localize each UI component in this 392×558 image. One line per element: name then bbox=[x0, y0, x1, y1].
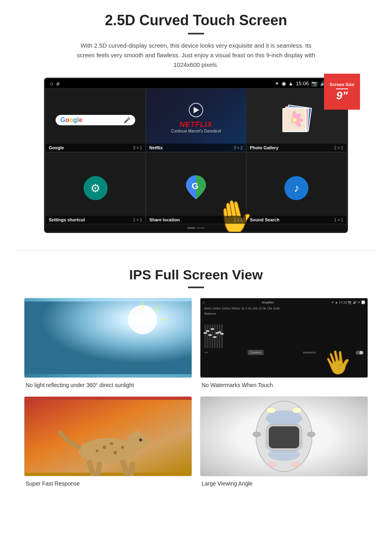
amp-top-bar: ⌂ Amplifier ✴ ▲ 17:33 📷 🔊 ✕ ⬜ bbox=[203, 301, 365, 304]
sunlight-visual bbox=[24, 298, 192, 377]
photo-stack bbox=[280, 104, 312, 136]
svg-point-32 bbox=[266, 407, 276, 413]
feature-image-cheetah bbox=[24, 396, 192, 476]
netflix-grid-size: 3 × 2 bbox=[234, 146, 243, 150]
amp-custom-button[interactable]: Custom bbox=[248, 350, 264, 355]
eq-thumb-1 bbox=[204, 332, 207, 334]
gear-icon: ⚙ bbox=[90, 182, 100, 195]
section-ips-screen: IPS Full Screen View bbox=[0, 259, 392, 499]
app-cell-google[interactable]: Google 🎤 Google 3 × 1 bbox=[45, 88, 146, 152]
svg-point-23 bbox=[96, 450, 98, 452]
wifi-icon: ▲ bbox=[288, 80, 294, 86]
amp-title: Amplifier bbox=[262, 301, 274, 304]
eq-slider-8[interactable] bbox=[221, 324, 223, 348]
svg-point-20 bbox=[110, 442, 113, 445]
feature-car: Large Viewing Angle bbox=[200, 396, 368, 487]
amp-status-icons: ✴ ▲ 17:33 📷 🔊 ✕ ⬜ bbox=[331, 301, 365, 304]
photo-gallery-label: Photo Gallery 2 × 2 bbox=[247, 144, 346, 152]
feature-image-sunlight bbox=[24, 298, 192, 378]
feature-sunlight: No light reflecting under 360° direct su… bbox=[24, 298, 192, 388]
music-note-icon: ♪ bbox=[294, 182, 299, 195]
google-app-name: Google bbox=[49, 145, 64, 150]
feature-label-sunlight: No light reflecting under 360° direct su… bbox=[24, 382, 192, 388]
settings-app-name: Settings shortcut bbox=[49, 217, 85, 222]
section-divider-hr bbox=[16, 251, 376, 251]
netflix-label: Netflix 3 × 2 bbox=[146, 144, 246, 152]
app-cell-sound-search[interactable]: ♪ Sound Search 1 × 1 bbox=[246, 152, 347, 224]
sound-search-label: Sound Search 1 × 1 bbox=[247, 216, 346, 224]
amp-loudness-label: loudness bbox=[303, 351, 316, 354]
cheetah-visual bbox=[24, 397, 192, 476]
mic-icon[interactable]: 🎤 bbox=[124, 117, 130, 123]
pointing-hand: 🤚 bbox=[211, 195, 257, 233]
settings-label: Settings shortcut 1 × 1 bbox=[46, 216, 145, 224]
eq-col-1 bbox=[204, 324, 206, 348]
camera-icon: 📷 bbox=[311, 80, 318, 86]
badge-title: Screen Size bbox=[330, 82, 354, 87]
netflix-content: NETFLIX Continue Marvel's Daredevil bbox=[146, 92, 246, 144]
loudness-toggle[interactable] bbox=[356, 351, 364, 355]
pagination-dots bbox=[45, 224, 347, 232]
amp-home-icon: ⌂ bbox=[203, 301, 205, 304]
gps-icon: ◉ bbox=[282, 80, 286, 86]
car-visual bbox=[200, 397, 368, 476]
google-search-bar[interactable]: Google 🎤 bbox=[56, 115, 135, 125]
app-cell-settings[interactable]: ⚙ Settings shortcut 1 × 1 bbox=[45, 152, 146, 224]
feature-label-car: Large Viewing Angle bbox=[200, 480, 368, 487]
app-grid-row1: Google 🎤 Google 3 × 1 bbox=[45, 88, 347, 152]
amplifier-screen: ⌂ Amplifier ✴ ▲ 17:33 📷 🔊 ✕ ⬜ 60hz 100hz… bbox=[200, 298, 368, 377]
feature-label-amplifier: No Watermarks When Touch bbox=[200, 382, 368, 388]
eq-slider-1[interactable] bbox=[204, 324, 206, 348]
app-cell-netflix[interactable]: NETFLIX Continue Marvel's Daredevil Netf… bbox=[146, 88, 246, 152]
eq-slider-7[interactable] bbox=[219, 324, 220, 348]
bluetooth-icon: ✴ bbox=[275, 80, 279, 86]
toggle-thumb bbox=[360, 351, 363, 354]
feature-label-cheetah: Super Fast Response bbox=[24, 480, 192, 487]
play-button[interactable] bbox=[189, 103, 203, 117]
share-location-grid-size: 1 × 1 bbox=[234, 218, 243, 222]
badge-size: 9" bbox=[336, 90, 348, 101]
app-cell-share-location[interactable]: G 🤚 Share location 1 × 1 bbox=[146, 152, 246, 224]
feature-amplifier: ⌂ Amplifier ✴ ▲ 17:33 📷 🔊 ✕ ⬜ 60hz 100hz… bbox=[200, 298, 368, 388]
feature-cheetah: Super Fast Response bbox=[24, 396, 192, 487]
eq-slider-2[interactable] bbox=[207, 324, 208, 348]
netflix-subtitle: Continue Marvel's Daredevil bbox=[171, 129, 221, 133]
svg-point-24 bbox=[139, 438, 142, 441]
netflix-logo: NETFLIX bbox=[180, 120, 212, 129]
google-grid-size: 3 × 1 bbox=[133, 146, 142, 150]
dot-active bbox=[187, 227, 195, 229]
badge-unit: " bbox=[342, 89, 348, 102]
amp-equalizer bbox=[203, 320, 365, 348]
eq-col-5 bbox=[214, 324, 216, 348]
eq-slider-3[interactable] bbox=[209, 324, 211, 348]
screen-size-badge: Screen Size 9" bbox=[324, 74, 360, 110]
photo-gallery-grid-size: 2 × 2 bbox=[334, 146, 343, 150]
section2-title: IPS Full Screen View bbox=[24, 267, 368, 283]
status-time: 15:06 bbox=[296, 80, 309, 86]
amp-freq-labels: 60hz 100hz 200hz 500hz 1k 2.5k 10k 12.5k… bbox=[203, 306, 365, 311]
svg-point-8 bbox=[128, 305, 157, 334]
eq-slider-6[interactable] bbox=[216, 324, 218, 348]
sound-search-grid-size: 1 × 1 bbox=[334, 218, 343, 222]
share-location-label: Share location 1 × 1 bbox=[146, 216, 246, 224]
home-icon[interactable]: ⌂ bbox=[50, 80, 53, 86]
dot-inactive bbox=[197, 227, 205, 229]
amp-balance-label: Balance bbox=[203, 311, 365, 316]
eq-col-7 bbox=[219, 324, 220, 348]
google-label: Google 3 × 1 bbox=[46, 144, 145, 152]
svg-point-31 bbox=[307, 432, 315, 437]
svg-point-30 bbox=[253, 432, 261, 437]
svg-point-14 bbox=[126, 433, 148, 451]
svg-text:G: G bbox=[192, 181, 198, 191]
eq-col-8 bbox=[221, 324, 223, 348]
section-curved-screen: 2.5D Curved Touch Screen With 2.5D curve… bbox=[0, 0, 392, 243]
eq-thumb-5 bbox=[213, 336, 216, 338]
eq-thumb-4 bbox=[211, 328, 214, 330]
eq-col-3 bbox=[209, 324, 211, 348]
svg-rect-29 bbox=[269, 426, 299, 448]
eq-slider-5[interactable] bbox=[214, 324, 216, 348]
play-triangle bbox=[194, 107, 199, 113]
section1-divider bbox=[188, 33, 204, 34]
eq-col-6 bbox=[216, 324, 218, 348]
sound-icon-circle: ♪ bbox=[284, 176, 308, 200]
